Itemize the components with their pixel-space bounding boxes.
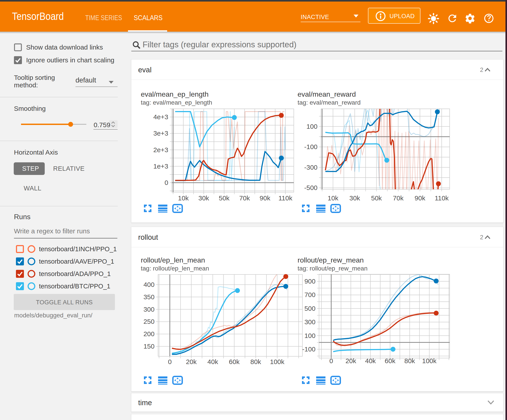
- svg-text:80k: 80k: [404, 357, 415, 365]
- svg-text:2e+3: 2e+3: [153, 146, 168, 153]
- svg-text:70k: 70k: [239, 194, 250, 202]
- svg-text:300: 300: [304, 318, 316, 326]
- svg-text:150: 150: [143, 343, 155, 350]
- svg-text:70k: 70k: [393, 194, 404, 202]
- svg-text:1e+3: 1e+3: [153, 163, 168, 170]
- svg-text:0: 0: [164, 179, 168, 186]
- svg-text:0: 0: [330, 357, 333, 365]
- svg-text:900: 900: [304, 278, 316, 285]
- svg-text:90k: 90k: [260, 194, 271, 202]
- svg-text:350: 350: [143, 293, 155, 301]
- svg-text:300: 300: [143, 306, 155, 313]
- svg-text:110k: 110k: [435, 194, 449, 202]
- svg-text:100k: 100k: [270, 358, 284, 365]
- svg-text:10k: 10k: [328, 194, 338, 202]
- svg-text:30k: 30k: [349, 194, 360, 202]
- svg-text:100k: 100k: [422, 357, 437, 365]
- svg-text:700: 700: [304, 291, 316, 298]
- svg-text:30k: 30k: [198, 194, 209, 202]
- svg-text:500: 500: [304, 305, 316, 312]
- svg-text:100: 100: [304, 332, 316, 339]
- svg-text:50k: 50k: [371, 194, 382, 202]
- svg-text:10k: 10k: [178, 194, 189, 202]
- svg-text:200: 200: [143, 330, 155, 337]
- svg-text:40k: 40k: [365, 357, 376, 365]
- svg-text:250: 250: [143, 318, 155, 325]
- svg-text:-100: -100: [302, 345, 316, 353]
- svg-text:90k: 90k: [415, 194, 426, 202]
- svg-text:100: 100: [306, 123, 317, 130]
- svg-text:0: 0: [168, 358, 172, 365]
- svg-text:80k: 80k: [250, 358, 261, 365]
- svg-text:50k: 50k: [219, 194, 230, 202]
- svg-text:60k: 60k: [385, 357, 396, 365]
- svg-text:60k: 60k: [229, 358, 240, 365]
- svg-text:-500: -500: [304, 184, 317, 191]
- svg-text:400: 400: [143, 281, 155, 288]
- svg-text:110k: 110k: [279, 194, 293, 202]
- svg-text:20k: 20k: [186, 358, 197, 365]
- svg-text:3e+3: 3e+3: [153, 130, 168, 137]
- svg-text:-300: -300: [304, 164, 317, 171]
- svg-text:40k: 40k: [207, 358, 218, 365]
- svg-text:4e+3: 4e+3: [153, 113, 168, 121]
- svg-text:-100: -100: [304, 143, 317, 150]
- svg-text:20k: 20k: [345, 357, 356, 365]
